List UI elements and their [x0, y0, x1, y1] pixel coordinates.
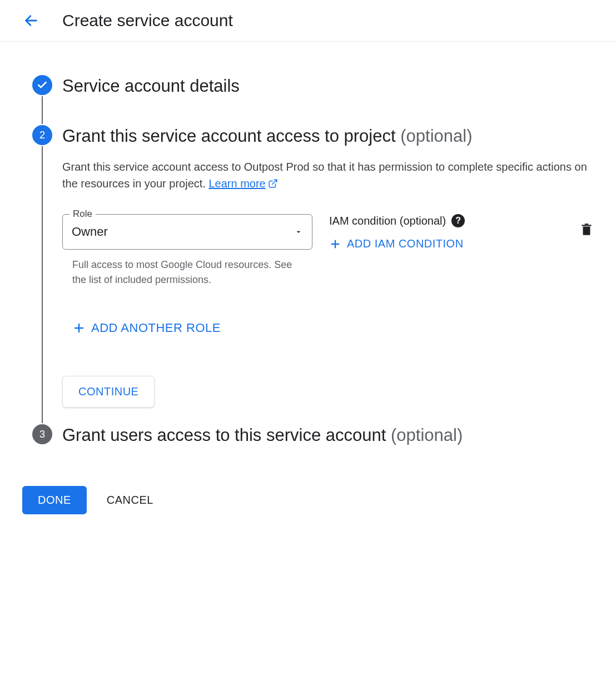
- role-row: Role Owner Full access to most Google Cl…: [62, 214, 594, 287]
- page-title: Create service account: [62, 11, 233, 30]
- step-3-title-text: Grant users access to this service accou…: [62, 425, 391, 445]
- role-field-value: Owner: [72, 225, 108, 239]
- step-3-number: 3: [32, 424, 52, 444]
- step-2-description: Grant this service account access to Out…: [62, 158, 594, 192]
- step-3-title[interactable]: Grant users access to this service accou…: [62, 424, 594, 446]
- cancel-button[interactable]: CANCEL: [107, 494, 153, 507]
- role-select[interactable]: Role Owner: [62, 214, 312, 250]
- step-2-title: Grant this service account access to pro…: [62, 125, 594, 147]
- iam-condition-col: IAM condition (optional) ? ADD IAM CONDI…: [329, 214, 563, 252]
- svg-rect-4: [582, 225, 591, 226]
- step-2-desc-text: Grant this service account access to Out…: [62, 161, 587, 190]
- checkmark-icon: [37, 80, 48, 91]
- delete-role-button[interactable]: [579, 214, 594, 239]
- done-button[interactable]: DONE: [22, 486, 87, 514]
- external-link-icon: [268, 178, 278, 188]
- step-2-title-text: Grant this service account access to pro…: [62, 126, 396, 146]
- step-2-optional: (optional): [400, 126, 472, 146]
- trash-icon: [579, 222, 594, 237]
- chevron-down-icon: [294, 227, 303, 236]
- step-2-number: 2: [32, 125, 52, 145]
- svg-rect-5: [585, 224, 589, 225]
- step-1-title[interactable]: Service account details: [62, 75, 594, 97]
- plus-icon: [329, 238, 341, 250]
- step-1-complete-icon: [32, 75, 52, 95]
- page-header: Create service account: [0, 0, 616, 42]
- role-helper-text: Full access to most Google Cloud resourc…: [62, 257, 312, 287]
- stepper: Service account details 2 Grant this ser…: [22, 75, 594, 464]
- continue-button[interactable]: CONTINUE: [62, 376, 155, 408]
- step-3-optional: (optional): [391, 425, 463, 445]
- help-icon[interactable]: ?: [451, 214, 465, 227]
- role-field-label: Role: [69, 209, 96, 220]
- step-2: 2 Grant this service account access to p…: [22, 125, 594, 424]
- back-button[interactable]: [22, 12, 40, 29]
- step-1: Service account details: [22, 75, 594, 125]
- add-another-role-label: ADD ANOTHER ROLE: [91, 321, 221, 335]
- add-iam-condition-button[interactable]: ADD IAM CONDITION: [329, 237, 464, 250]
- svg-line-1: [272, 180, 276, 185]
- iam-condition-label: IAM condition (optional): [329, 215, 446, 227]
- arrow-left-icon: [23, 13, 39, 28]
- learn-more-text: Learn more: [208, 175, 265, 192]
- add-another-role-button[interactable]: ADD ANOTHER ROLE: [72, 321, 221, 335]
- bottom-actions: DONE CANCEL: [22, 486, 594, 514]
- plus-icon: [72, 321, 86, 335]
- learn-more-link[interactable]: Learn more: [208, 175, 277, 192]
- step-3: 3 Grant users access to this service acc…: [22, 424, 594, 463]
- add-iam-condition-label: ADD IAM CONDITION: [347, 237, 464, 250]
